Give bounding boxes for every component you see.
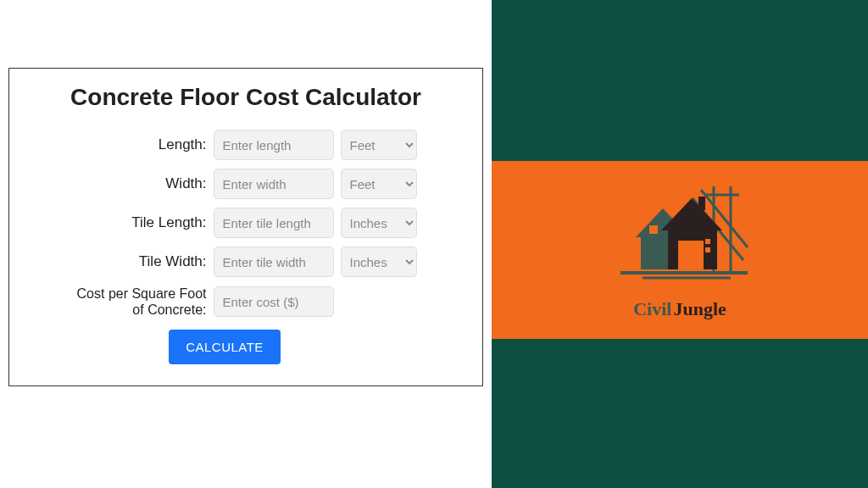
tile-width-row: Tile Width: Inches [35,247,457,277]
brand-text: CivilJungle [604,298,756,320]
length-unit-select[interactable]: Feet [341,130,417,160]
brand-logo: CivilJungle [604,180,756,320]
svg-rect-11 [705,239,710,244]
svg-rect-13 [698,197,705,210]
cost-input[interactable] [214,286,334,317]
house-icon [604,180,756,298]
svg-rect-12 [705,247,710,252]
brand-jungle: Jungle [673,298,726,319]
tile-width-unit-select[interactable]: Inches [341,247,417,277]
svg-rect-10 [678,241,704,269]
tile-length-row: Tile Length: Inches [35,208,457,238]
cost-row: Cost per Square Foot of Concrete: [35,286,457,318]
brand-band: CivilJungle [492,161,868,339]
brand-panel: CivilJungle [492,0,868,488]
length-label: Length: [75,136,207,153]
page-title: Concrete Floor Cost Calculator [35,84,457,111]
tile-length-input[interactable] [214,208,334,238]
button-row: CALCULATE [0,330,457,364]
length-input[interactable] [214,130,334,160]
width-label: Width: [75,175,207,192]
width-unit-select[interactable]: Feet [341,169,417,199]
tile-length-unit-select[interactable]: Inches [341,208,417,238]
length-row: Length: Feet [35,130,457,160]
calculator-panel: Concrete Floor Cost Calculator Length: F… [0,0,492,488]
svg-rect-7 [649,225,658,234]
tile-length-label: Tile Length: [75,214,207,231]
width-row: Width: Feet [35,169,457,199]
tile-width-label: Tile Width: [75,253,207,270]
calculator-box: Concrete Floor Cost Calculator Length: F… [8,68,483,386]
width-input[interactable] [214,169,334,199]
brand-civil: Civil [633,298,671,319]
cost-label: Cost per Square Foot of Concrete: [75,286,207,318]
calculate-button[interactable]: CALCULATE [169,330,281,364]
tile-width-input[interactable] [214,247,334,277]
